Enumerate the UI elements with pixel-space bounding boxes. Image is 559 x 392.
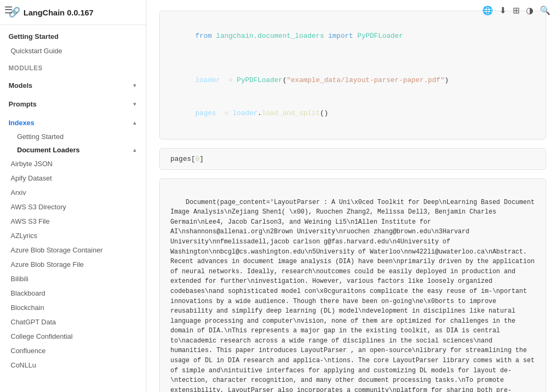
- download-icon[interactable]: ⬇: [499, 5, 506, 15]
- topbar-icons: 🌐 ⬇ ⊞ ◑ 🔍: [479, 2, 554, 19]
- document-output-text: Document(page_content='LayoutParser : A …: [170, 199, 538, 392]
- search-icon[interactable]: 🔍: [540, 5, 550, 15]
- sidebar-item-azlyrics[interactable]: AZLyrics: [0, 228, 146, 243]
- loader-assign-line: loader = PyPDFLoader("example_data/layou…: [170, 64, 535, 97]
- pages-label: pages[0]: [170, 155, 203, 163]
- sidebar-header: 🔗 LangChain 0.0.167: [0, 0, 146, 25]
- hamburger-button[interactable]: ☰: [4, 4, 13, 16]
- sidebar-item-arxiv[interactable]: Arxiv: [0, 185, 146, 200]
- sidebar-item-bilibili[interactable]: Bilibili: [0, 272, 146, 286]
- sidebar-item-confluence[interactable]: Confluence: [0, 344, 146, 358]
- pages-output-block: pages[0]: [159, 148, 546, 170]
- document-output-block: Document(page_content='LayoutParser : A …: [159, 178, 546, 392]
- indexes-chevron: ▲: [132, 120, 137, 126]
- sidebar-item-airbyte-json[interactable]: Airbyte JSON: [0, 157, 146, 171]
- logo-text: LangChain 0.0.167: [23, 8, 94, 17]
- globe-icon[interactable]: 🌐: [482, 5, 493, 15]
- grid-icon[interactable]: ⊞: [513, 5, 520, 15]
- sidebar-item-apify-dataset[interactable]: Apify Dataset: [0, 171, 146, 185]
- sidebar-sub-getting-started[interactable]: Getting Started: [0, 130, 146, 143]
- pages-assign-line: pages = loader.load_and_split(): [170, 97, 535, 130]
- main-content: from langchain.document_loaders import P…: [146, 0, 559, 392]
- sidebar-item-conllu[interactable]: CoNLLu: [0, 358, 146, 372]
- sidebar-item-aws-s3-file[interactable]: AWS S3 File: [0, 214, 146, 228]
- sidebar-item-blackboard[interactable]: Blackboard: [0, 286, 146, 300]
- sidebar-item-models[interactable]: Models ▼: [0, 74, 146, 93]
- sidebar-item-azure-blob-container[interactable]: Azure Blob Storage Container: [0, 243, 146, 257]
- sidebar-item-college-confidential[interactable]: College Confidential: [0, 329, 146, 344]
- theme-icon[interactable]: ◑: [526, 5, 533, 15]
- sidebar: 🔗 LangChain 0.0.167 Getting Started Quic…: [0, 0, 146, 392]
- sidebar-item-aws-s3-directory[interactable]: AWS S3 Directory: [0, 200, 146, 214]
- code-block-import: from langchain.document_loaders import P…: [159, 11, 546, 140]
- models-chevron: ▼: [132, 83, 137, 88]
- loader-line: [170, 53, 535, 64]
- sidebar-logo: 🔗 LangChain 0.0.167: [9, 6, 94, 18]
- sidebar-item-quickstart[interactable]: Quickstart Guide: [0, 44, 146, 58]
- sidebar-item-azure-blob-file[interactable]: Azure Blob Storage File: [0, 257, 146, 272]
- import-line: from langchain.document_loaders import P…: [170, 20, 535, 53]
- sidebar-item-prompts[interactable]: Prompts ▼: [0, 93, 146, 111]
- sidebar-item-indexes[interactable]: Indexes ▲: [0, 111, 146, 130]
- sidebar-item-getting-started-top[interactable]: Getting Started: [0, 25, 146, 44]
- prompts-chevron: ▼: [132, 101, 137, 107]
- sidebar-sub-document-loaders[interactable]: Document Loaders ▲: [0, 143, 146, 157]
- modules-label: Modules: [0, 58, 146, 74]
- sidebar-item-chatgpt-data[interactable]: ChatGPT Data: [0, 315, 146, 329]
- doc-loaders-chevron: ▲: [132, 147, 137, 153]
- sidebar-item-blockchain[interactable]: Blockchain: [0, 300, 146, 315]
